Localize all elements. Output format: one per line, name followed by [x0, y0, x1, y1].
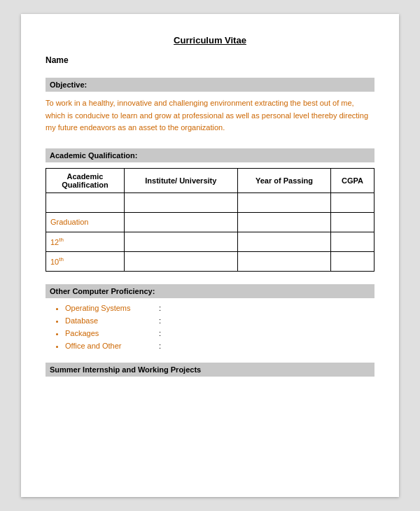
row-12th: 12th	[46, 232, 125, 251]
computer-list: Operating Systems : Database : Packages …	[46, 304, 374, 350]
list-item: Operating Systems :	[65, 304, 374, 312]
summer-section: Summer Internship and Working Projects	[46, 363, 374, 377]
item-packages: Packages	[65, 329, 156, 337]
objective-section: Objective: To work in a healthy, innovat…	[46, 78, 374, 134]
col-year: Year of Passing	[237, 168, 330, 192]
page-title: Curriculum Vitae	[46, 35, 374, 46]
col-institute: Institute/ University	[124, 168, 237, 192]
list-item: Packages :	[65, 329, 374, 337]
academic-header: Academic Qualification:	[46, 148, 374, 162]
row-10th: 10th	[46, 251, 125, 271]
row-graduation: Graduation	[46, 212, 125, 232]
objective-text: To work in a healthy, innovative and cha…	[46, 97, 374, 134]
item-office: Office and Other	[65, 342, 156, 350]
row-empty	[46, 192, 125, 212]
table-row: 10th	[46, 251, 374, 271]
academic-section: Academic Qualification: AcademicQualific…	[46, 148, 374, 272]
table-row: Graduation	[46, 212, 374, 232]
cv-page: Curriculum Vitae Name Objective: To work…	[21, 14, 399, 497]
summer-header: Summer Internship and Working Projects	[46, 363, 374, 377]
table-row	[46, 192, 374, 212]
col-cgpa: CGPA	[331, 168, 374, 192]
academic-table: AcademicQualification Institute/ Univers…	[46, 168, 374, 272]
list-item: Office and Other :	[65, 342, 374, 350]
col-academic: AcademicQualification	[46, 168, 125, 192]
objective-header: Objective:	[46, 78, 374, 92]
name-label: Name	[46, 55, 374, 65]
list-item: Database :	[65, 316, 374, 325]
computer-header: Other Computer Proficiency:	[46, 284, 374, 298]
item-database: Database	[65, 316, 156, 325]
item-os: Operating Systems	[65, 304, 156, 312]
table-row: 12th	[46, 232, 374, 251]
computer-section: Other Computer Proficiency: Operating Sy…	[46, 284, 374, 350]
